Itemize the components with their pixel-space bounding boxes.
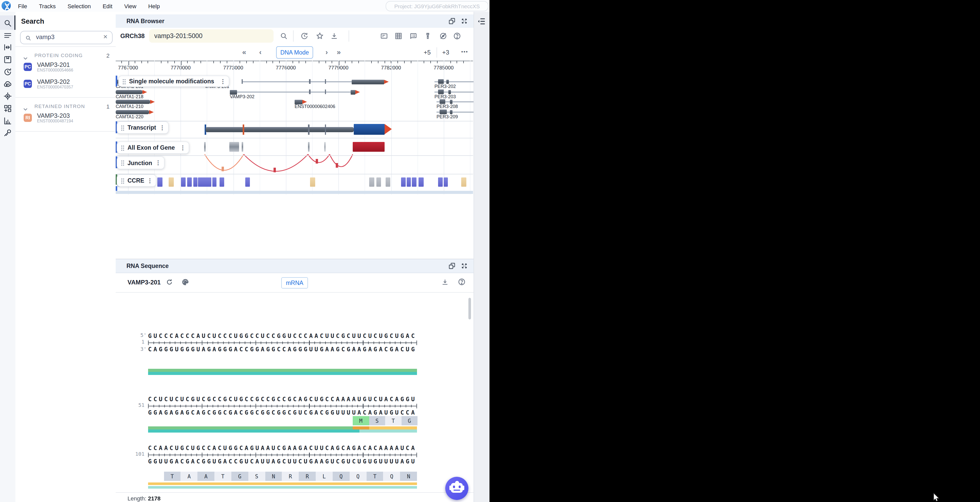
- track-divider: [116, 155, 473, 156]
- antisense-strand-sequence[interactable]: CAGGGUGGGUAGAGGGACCGGAGGCCAGGGUUGAAGCGAA…: [148, 346, 417, 353]
- ccre-element[interactable]: [220, 177, 224, 187]
- palette-icon[interactable]: [181, 278, 190, 287]
- translation-color-bar: [360, 429, 417, 433]
- amino-acid-cell[interactable]: Q: [332, 472, 350, 481]
- translation-color-bar: [369, 426, 417, 429]
- antisense-strand-sequence[interactable]: GGAGAGAGCAGCGGCGACGGCGGCGGCGUCGACGGUUUUA…: [148, 409, 417, 416]
- track-pill-ccre[interactable]: CCRE ⋮: [117, 174, 156, 187]
- sense-strand-sequence[interactable]: CCUCUCUCGUCGCCGCUGCCGCCGCCGCAGCUGCCAAAAU…: [148, 395, 417, 403]
- track-pill-single-molecule-modifications[interactable]: Single molecule modifications ⋮: [118, 76, 229, 87]
- ccre-element[interactable]: [187, 177, 192, 187]
- track-label: Single molecule modifications: [129, 78, 214, 84]
- ccre-element[interactable]: [193, 177, 197, 187]
- drag-handle-icon[interactable]: [121, 125, 124, 131]
- track-divider: [116, 138, 473, 139]
- amino-acid-cell[interactable]: G: [231, 472, 248, 481]
- translation-color-bar: [148, 429, 360, 433]
- amino-acid-cell[interactable]: S: [369, 416, 385, 426]
- rna-sequence-title: RNA Sequence: [126, 263, 169, 269]
- track-menu-icon[interactable]: ⋮: [180, 144, 186, 151]
- amino-acid-cell[interactable]: T: [366, 472, 383, 481]
- sequence-ruler: [148, 404, 417, 408]
- amino-acid-cell[interactable]: T: [164, 472, 181, 481]
- amino-acid-cell[interactable]: R: [282, 472, 299, 481]
- expand-panel-icon[interactable]: [461, 262, 468, 269]
- track-divider: [116, 174, 473, 174]
- amino-acid-cell[interactable]: Q: [349, 472, 366, 481]
- refresh-icon[interactable]: [165, 278, 173, 286]
- drag-handle-icon[interactable]: [121, 145, 124, 150]
- ccre-element[interactable]: [376, 177, 381, 187]
- ccre-element[interactable]: [418, 177, 424, 187]
- track-menu-icon[interactable]: ⋮: [147, 177, 153, 184]
- ccre-element[interactable]: [212, 177, 216, 187]
- translation-color-bar: [148, 369, 417, 372]
- mrna-mode-button[interactable]: mRNA: [281, 277, 308, 288]
- ccre-element[interactable]: [158, 177, 162, 187]
- ccre-element[interactable]: [310, 177, 315, 187]
- ccre-element[interactable]: [412, 177, 417, 187]
- sequence-position-number: 51: [130, 402, 145, 408]
- drag-handle-icon[interactable]: [121, 160, 124, 166]
- antisense-strand-sequence[interactable]: GGUUGACGACGGUGACCGUCAUUAGCUUCUGAAGUCGUCU…: [148, 458, 417, 465]
- horizontal-scrollbar[interactable]: [116, 191, 473, 194]
- ccre-element[interactable]: [169, 177, 174, 187]
- five-prime-label: 5': [132, 332, 146, 338]
- ccre-element[interactable]: [407, 177, 411, 187]
- track-accent-bar: [116, 76, 117, 86]
- track-pill-junction[interactable]: Junction ⋮: [117, 156, 164, 169]
- sequence-controls-row: VAMP3-201 mRNA: [116, 273, 474, 293]
- ccre-element[interactable]: [181, 177, 186, 187]
- right-gutter: [474, 12, 490, 502]
- sequence-length: Length: 2178: [127, 495, 161, 502]
- track-menu-icon[interactable]: ⋮: [220, 78, 226, 84]
- amino-acid-cell[interactable]: R: [299, 472, 316, 481]
- sense-strand-sequence[interactable]: GUCCCACCCAUCUCCCUGGCCUCCGGUCCCAACUUCGCUU…: [148, 332, 417, 339]
- ccre-element[interactable]: [401, 177, 406, 187]
- vertical-scrollbar-thumb[interactable]: [468, 298, 471, 319]
- drag-handle-icon[interactable]: [121, 178, 124, 183]
- ccre-element[interactable]: [438, 177, 443, 187]
- ccre-element[interactable]: [245, 177, 250, 187]
- track-label: Transcript: [127, 124, 156, 131]
- track-pill-transcript[interactable]: Transcript ⋮: [117, 121, 169, 134]
- assistant-robot-button[interactable]: [445, 477, 468, 500]
- help-icon[interactable]: [458, 278, 466, 286]
- duplicate-panel-icon[interactable]: [449, 262, 455, 269]
- amino-acid-cell[interactable]: A: [197, 472, 215, 481]
- translation-color-bar: [148, 372, 417, 375]
- ccre-element[interactable]: [386, 177, 390, 187]
- track-divider: [116, 121, 473, 121]
- track-menu-icon[interactable]: ⋮: [159, 124, 165, 131]
- amino-acid-cell[interactable]: N: [400, 472, 417, 481]
- app-canvas: FileTracksSelectionEditViewHelp Project:…: [0, 0, 980, 502]
- download-sequence-icon[interactable]: [441, 278, 449, 286]
- track-label: Junction: [127, 160, 152, 166]
- amino-acid-cell[interactable]: L: [316, 472, 332, 481]
- amino-acid-cell[interactable]: T: [385, 416, 401, 426]
- amino-acid-cell[interactable]: A: [181, 472, 198, 481]
- robot-head: [451, 483, 463, 493]
- sense-strand-sequence[interactable]: CCAACUGCUGCCACUGGCAGUAAUCGAAGACUUCAGCAGA…: [148, 445, 417, 452]
- drag-handle-icon[interactable]: [123, 78, 126, 84]
- ccre-element[interactable]: [369, 177, 374, 187]
- sequence-position-number: 1: [130, 339, 145, 344]
- amino-acid-cell[interactable]: T: [215, 472, 231, 481]
- sequence-transcript-name: VAMP3-201: [127, 279, 161, 286]
- amino-acid-cell[interactable]: Q: [383, 472, 400, 481]
- amino-acid-cell[interactable]: G: [401, 416, 417, 426]
- ccre-element[interactable]: [198, 177, 211, 187]
- translation-color-bar: [353, 426, 369, 429]
- translation-color-bar: [148, 426, 353, 429]
- amino-acid-cell[interactable]: M: [353, 416, 369, 426]
- translation-color-bar: [148, 486, 417, 489]
- ccre-element[interactable]: [461, 177, 466, 187]
- track-menu-icon[interactable]: ⋮: [155, 159, 161, 166]
- track-pill-all-exon-of-gene[interactable]: All Exon of Gene ⋮: [117, 142, 189, 154]
- collapse-panel-icon[interactable]: [477, 17, 486, 26]
- ccre-element[interactable]: [444, 177, 448, 187]
- amino-acid-cell[interactable]: N: [265, 472, 282, 481]
- track-label: CCRE: [127, 177, 144, 183]
- app-window: FileTracksSelectionEditViewHelp Project:…: [0, 0, 490, 502]
- amino-acid-cell[interactable]: S: [248, 472, 265, 481]
